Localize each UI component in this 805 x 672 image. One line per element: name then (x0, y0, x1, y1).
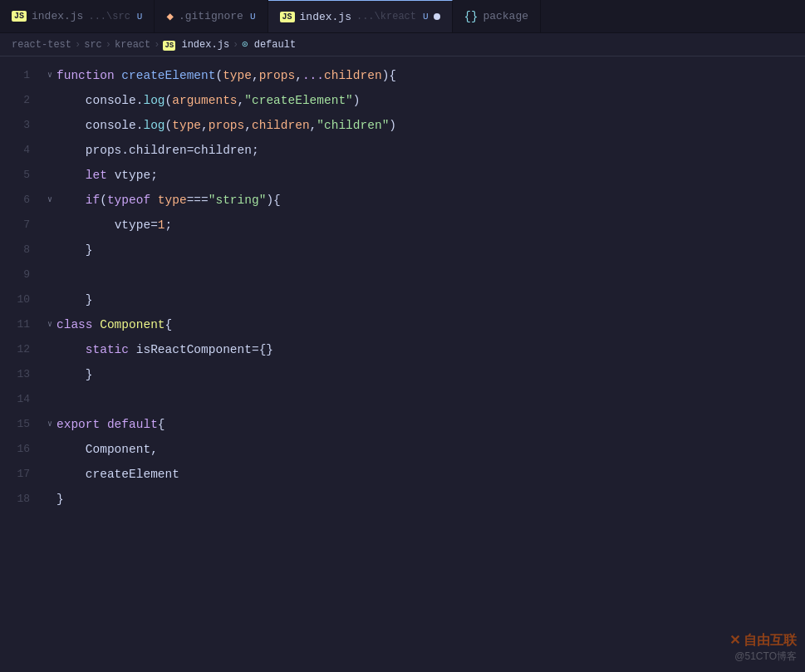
watermark: ✕ 自由互联 @51CTO博客 (729, 632, 797, 664)
token-plain: , (295, 69, 302, 82)
code-content: console.log(type,props,children,"childre… (56, 113, 788, 138)
breadcrumb-part-1[interactable]: src (84, 39, 102, 51)
code-content: } (56, 362, 788, 387)
token-param: children (324, 69, 382, 82)
token-param: type (172, 119, 201, 132)
token-plain: ) (353, 94, 361, 107)
tab-tab3[interactable]: JSindex.js ...\kreact U (268, 0, 453, 32)
code-content: let vtype; (56, 163, 788, 188)
code-line-3: 3 console.log(type,props,children,"child… (0, 113, 805, 138)
code-content: } (56, 238, 788, 262)
token-brace: { (165, 318, 173, 331)
token-kw: ... (302, 69, 324, 82)
tab-bar: JSindex.js ...\src U◆.gitignore UJSindex… (0, 0, 805, 33)
token-kw: typeof (107, 194, 158, 207)
js-icon: JS (12, 11, 27, 22)
code-line-9: 9 (0, 262, 805, 287)
code-line-17: 17 createElement (0, 462, 805, 487)
breadcrumb-sep: › (75, 39, 81, 51)
token-fn: createElement (121, 69, 215, 82)
breadcrumb-part-3[interactable]: JS index.js (163, 39, 229, 51)
tab-tab2[interactable]: ◆.gitignore U (155, 0, 268, 32)
code-line-15: 15∨export default{ (0, 412, 805, 437)
line-number: 3 (0, 113, 43, 138)
token-plain (56, 293, 86, 307)
line-number: 1 (0, 63, 43, 88)
fold-arrow[interactable]: ∨ (43, 312, 56, 337)
token-plain: vtype= (115, 218, 158, 232)
breadcrumb-sep: › (106, 39, 111, 51)
token-str: "children" (317, 119, 389, 132)
json-icon: {} (464, 10, 479, 23)
token-plain: ( (215, 69, 223, 82)
token-str: "string" (209, 194, 267, 207)
js-icon: JS (280, 12, 295, 22)
tab-dot (434, 13, 440, 20)
token-plain: , (252, 69, 259, 82)
watermark-sub: @51CTO博客 (729, 650, 797, 664)
tab-name: index.js (300, 11, 351, 23)
token-param: props (259, 69, 296, 82)
watermark-brand: ✕ 自由互联 (729, 632, 797, 650)
fold-arrow[interactable]: ∨ (43, 188, 56, 213)
line-number: 13 (0, 362, 43, 387)
code-line-16: 16 Component, (0, 437, 805, 462)
token-param: type (158, 194, 187, 207)
code-line-14: 14 (0, 387, 805, 412)
fold-arrow[interactable]: ∨ (43, 63, 56, 88)
tab-tab1[interactable]: JSindex.js ...\src U (0, 0, 155, 32)
code-line-13: 13 } (0, 362, 805, 387)
code-line-8: 8 } (0, 238, 805, 262)
code-content: } (56, 487, 788, 512)
code-line-5: 5 let vtype; (0, 163, 805, 188)
line-number: 8 (0, 238, 43, 262)
token-param: props (209, 119, 245, 132)
fold-arrow[interactable]: ∨ (43, 412, 56, 437)
code-content: static isReactComponent={} (56, 337, 788, 362)
line-number: 11 (0, 312, 43, 337)
code-editor: 1∨function createElement(type,props,...c… (0, 56, 805, 518)
code-line-2: 2 console.log(arguments,"createElement") (0, 88, 805, 113)
token-plain: ; (165, 218, 173, 232)
tab-badge: U (137, 12, 143, 22)
code-content: createElement (56, 462, 788, 487)
code-content: if(typeof type==="string"){ (56, 188, 788, 213)
token-plain: ){ (382, 69, 396, 82)
line-number: 10 (0, 287, 43, 312)
breadcrumb-part-2[interactable]: kreact (115, 39, 150, 51)
code-content: console.log(arguments,"createElement") (56, 88, 788, 113)
line-number: 12 (0, 337, 43, 362)
tab-name: package (483, 10, 528, 22)
token-brace: { (158, 418, 165, 431)
breadcrumb-sep: › (233, 39, 238, 51)
token-plain: === (187, 194, 209, 207)
token-plain: , (238, 94, 245, 107)
code-line-7: 7 vtype=1; (0, 213, 805, 238)
token-plain: console. (86, 94, 144, 107)
token-str: "createElement" (244, 94, 353, 107)
line-number: 18 (0, 487, 43, 512)
token-plain: , (310, 119, 317, 132)
token-plain: isReactComponent= (136, 343, 259, 356)
token-kw: function (56, 69, 121, 82)
code-line-12: 12 static isReactComponent={} (0, 337, 805, 362)
token-method: log (143, 119, 164, 132)
code-line-11: 11∨class Component{ (0, 312, 805, 337)
line-number: 2 (0, 88, 43, 113)
code-line-1: 1∨function createElement(type,props,...c… (0, 63, 805, 88)
line-number: 16 (0, 437, 43, 462)
line-number: 6 (0, 188, 43, 213)
code-content: } (56, 287, 788, 312)
token-param: type (223, 69, 252, 82)
token-method: log (143, 94, 164, 107)
code-line-18: 18 } (0, 487, 805, 512)
token-plain: ( (165, 119, 173, 132)
token-param: arguments (172, 94, 237, 107)
git-icon: ◆ (166, 9, 173, 23)
tab-path: ...\kreact (356, 11, 416, 22)
tab-path: ...\src (88, 11, 130, 22)
tab-tab4[interactable]: {}package (453, 0, 541, 32)
token-plain: , (201, 119, 209, 132)
breadcrumb-part-0[interactable]: react-test (12, 39, 71, 51)
code-line-10: 10 } (0, 287, 805, 312)
